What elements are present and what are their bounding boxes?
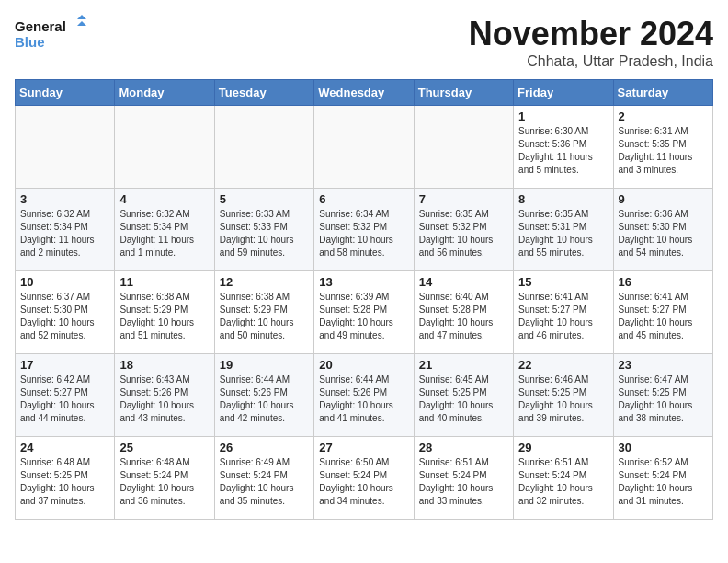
weekday-header: Sunday (16, 80, 115, 106)
calendar-cell: 22Sunrise: 6:46 AM Sunset: 5:25 PM Dayli… (514, 354, 613, 437)
day-info: Sunrise: 6:49 AM Sunset: 5:24 PM Dayligh… (220, 456, 309, 508)
calendar-cell: 21Sunrise: 6:45 AM Sunset: 5:25 PM Dayli… (414, 354, 513, 437)
day-info: Sunrise: 6:51 AM Sunset: 5:24 PM Dayligh… (419, 456, 508, 508)
svg-marker-2 (77, 15, 86, 19)
calendar-table: SundayMondayTuesdayWednesdayThursdayFrid… (15, 79, 713, 520)
calendar-cell (214, 106, 313, 189)
calendar-cell: 6Sunrise: 6:34 AM Sunset: 5:32 PM Daylig… (314, 189, 414, 271)
calendar-cell: 18Sunrise: 6:43 AM Sunset: 5:26 PM Dayli… (115, 354, 214, 437)
day-number: 24 (20, 441, 109, 454)
day-number: 12 (220, 275, 309, 289)
calendar-cell: 19Sunrise: 6:44 AM Sunset: 5:26 PM Dayli… (214, 354, 313, 437)
calendar-week-row: 10Sunrise: 6:37 AM Sunset: 5:30 PM Dayli… (16, 271, 713, 354)
calendar-cell: 26Sunrise: 6:49 AM Sunset: 5:24 PM Dayli… (214, 437, 313, 520)
day-number: 29 (518, 441, 608, 454)
calendar-week-row: 17Sunrise: 6:42 AM Sunset: 5:27 PM Dayli… (16, 354, 713, 437)
calendar-cell: 10Sunrise: 6:37 AM Sunset: 5:30 PM Dayli… (16, 271, 115, 354)
weekday-header-row: SundayMondayTuesdayWednesdayThursdayFrid… (16, 80, 713, 106)
day-number: 22 (518, 358, 608, 372)
calendar-cell: 20Sunrise: 6:44 AM Sunset: 5:26 PM Dayli… (314, 354, 414, 437)
calendar-cell: 14Sunrise: 6:40 AM Sunset: 5:28 PM Dayli… (414, 271, 513, 354)
day-info: Sunrise: 6:51 AM Sunset: 5:24 PM Dayligh… (518, 456, 608, 508)
calendar-cell: 16Sunrise: 6:41 AM Sunset: 5:27 PM Dayli… (613, 271, 712, 354)
day-number: 2 (619, 109, 708, 123)
day-number: 25 (119, 441, 209, 454)
calendar-cell: 8Sunrise: 6:35 AM Sunset: 5:31 PM Daylig… (514, 189, 613, 271)
day-info: Sunrise: 6:41 AM Sunset: 5:27 PM Dayligh… (619, 291, 708, 342)
page-header: General Blue November 2024 Chhata, Uttar… (15, 15, 713, 70)
day-info: Sunrise: 6:38 AM Sunset: 5:29 PM Dayligh… (220, 291, 309, 342)
day-number: 30 (619, 441, 708, 454)
calendar-cell: 4Sunrise: 6:32 AM Sunset: 5:34 PM Daylig… (115, 189, 214, 271)
logo-svg: General Blue (15, 15, 88, 52)
location-title: Chhata, Uttar Pradesh, India (469, 53, 713, 70)
weekday-header: Saturday (613, 80, 712, 106)
calendar-cell: 9Sunrise: 6:36 AM Sunset: 5:30 PM Daylig… (613, 189, 712, 271)
day-number: 26 (220, 441, 309, 454)
calendar-cell: 27Sunrise: 6:50 AM Sunset: 5:24 PM Dayli… (314, 437, 414, 520)
day-info: Sunrise: 6:44 AM Sunset: 5:26 PM Dayligh… (220, 373, 309, 425)
calendar-cell: 25Sunrise: 6:48 AM Sunset: 5:24 PM Dayli… (115, 437, 214, 520)
day-number: 10 (20, 275, 109, 289)
day-number: 28 (419, 441, 508, 454)
calendar-cell: 29Sunrise: 6:51 AM Sunset: 5:24 PM Dayli… (514, 437, 613, 520)
day-info: Sunrise: 6:37 AM Sunset: 5:30 PM Dayligh… (20, 291, 109, 342)
calendar-cell: 1Sunrise: 6:30 AM Sunset: 5:36 PM Daylig… (514, 106, 613, 189)
day-info: Sunrise: 6:52 AM Sunset: 5:24 PM Dayligh… (619, 456, 708, 508)
day-number: 27 (319, 441, 408, 454)
day-info: Sunrise: 6:35 AM Sunset: 5:32 PM Dayligh… (419, 208, 508, 259)
calendar-cell: 28Sunrise: 6:51 AM Sunset: 5:24 PM Dayli… (414, 437, 513, 520)
weekday-header: Friday (514, 80, 613, 106)
day-number: 3 (20, 192, 109, 206)
day-info: Sunrise: 6:34 AM Sunset: 5:32 PM Dayligh… (319, 208, 408, 259)
calendar-cell: 30Sunrise: 6:52 AM Sunset: 5:24 PM Dayli… (613, 437, 712, 520)
day-info: Sunrise: 6:48 AM Sunset: 5:24 PM Dayligh… (119, 456, 209, 508)
day-number: 9 (619, 192, 708, 206)
day-number: 15 (518, 275, 608, 289)
weekday-header: Tuesday (214, 80, 313, 106)
calendar-cell: 2Sunrise: 6:31 AM Sunset: 5:35 PM Daylig… (613, 106, 712, 189)
day-info: Sunrise: 6:30 AM Sunset: 5:36 PM Dayligh… (518, 125, 608, 177)
day-info: Sunrise: 6:48 AM Sunset: 5:25 PM Dayligh… (20, 456, 109, 508)
weekday-header: Thursday (414, 80, 513, 106)
day-info: Sunrise: 6:32 AM Sunset: 5:34 PM Dayligh… (119, 208, 209, 259)
day-info: Sunrise: 6:35 AM Sunset: 5:31 PM Dayligh… (518, 208, 608, 259)
day-info: Sunrise: 6:41 AM Sunset: 5:27 PM Dayligh… (518, 291, 608, 342)
day-info: Sunrise: 6:43 AM Sunset: 5:26 PM Dayligh… (119, 373, 209, 425)
day-info: Sunrise: 6:33 AM Sunset: 5:33 PM Dayligh… (220, 208, 309, 259)
day-number: 13 (319, 275, 408, 289)
day-info: Sunrise: 6:40 AM Sunset: 5:28 PM Dayligh… (419, 291, 508, 342)
day-info: Sunrise: 6:39 AM Sunset: 5:28 PM Dayligh… (319, 291, 408, 342)
day-info: Sunrise: 6:46 AM Sunset: 5:25 PM Dayligh… (518, 373, 608, 425)
calendar-cell (314, 106, 414, 189)
calendar-cell: 12Sunrise: 6:38 AM Sunset: 5:29 PM Dayli… (214, 271, 313, 354)
day-number: 14 (419, 275, 508, 289)
svg-marker-3 (77, 21, 86, 26)
calendar-week-row: 1Sunrise: 6:30 AM Sunset: 5:36 PM Daylig… (16, 106, 713, 189)
day-number: 21 (419, 358, 508, 372)
calendar-cell: 15Sunrise: 6:41 AM Sunset: 5:27 PM Dayli… (514, 271, 613, 354)
day-info: Sunrise: 6:42 AM Sunset: 5:27 PM Dayligh… (20, 373, 109, 425)
day-number: 20 (319, 358, 408, 372)
title-block: November 2024 Chhata, Uttar Pradesh, Ind… (469, 15, 713, 70)
svg-text:General: General (15, 18, 66, 34)
calendar-cell (16, 106, 115, 189)
day-info: Sunrise: 6:47 AM Sunset: 5:25 PM Dayligh… (619, 373, 708, 425)
day-number: 7 (419, 192, 508, 206)
day-number: 11 (119, 275, 209, 289)
day-number: 4 (119, 192, 209, 206)
day-info: Sunrise: 6:45 AM Sunset: 5:25 PM Dayligh… (419, 373, 508, 425)
day-info: Sunrise: 6:44 AM Sunset: 5:26 PM Dayligh… (319, 373, 408, 425)
calendar-cell: 7Sunrise: 6:35 AM Sunset: 5:32 PM Daylig… (414, 189, 513, 271)
calendar-week-row: 3Sunrise: 6:32 AM Sunset: 5:34 PM Daylig… (16, 189, 713, 271)
calendar-cell: 3Sunrise: 6:32 AM Sunset: 5:34 PM Daylig… (16, 189, 115, 271)
calendar-cell: 13Sunrise: 6:39 AM Sunset: 5:28 PM Dayli… (314, 271, 414, 354)
logo: General Blue (15, 15, 88, 52)
day-number: 1 (518, 109, 608, 123)
calendar-cell (115, 106, 214, 189)
day-info: Sunrise: 6:50 AM Sunset: 5:24 PM Dayligh… (319, 456, 408, 508)
calendar-cell: 23Sunrise: 6:47 AM Sunset: 5:25 PM Dayli… (613, 354, 712, 437)
svg-text:Blue: Blue (15, 34, 45, 50)
day-info: Sunrise: 6:36 AM Sunset: 5:30 PM Dayligh… (619, 208, 708, 259)
calendar-week-row: 24Sunrise: 6:48 AM Sunset: 5:25 PM Dayli… (16, 437, 713, 520)
